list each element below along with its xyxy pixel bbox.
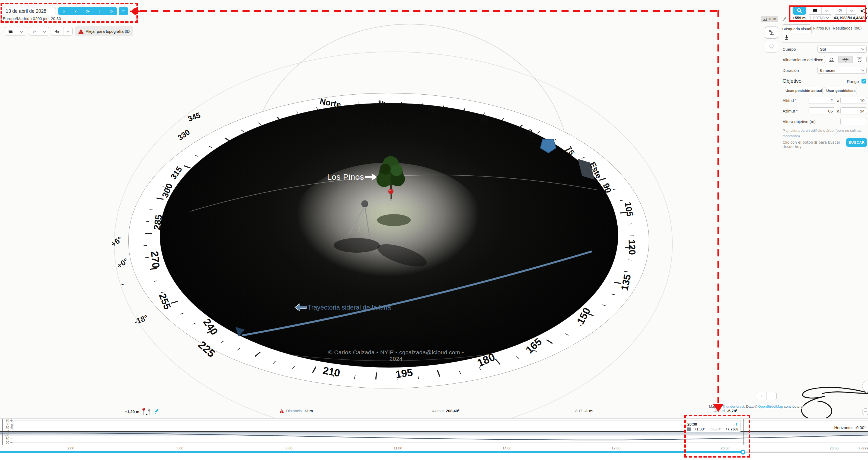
azimut-item: Azimut 268,40° xyxy=(432,409,460,413)
settings-group: ⚙ xyxy=(834,6,857,14)
disc-alignment-segmented xyxy=(824,56,867,63)
azimut-from-input[interactable] xyxy=(809,107,835,114)
map-zoom-group: + − xyxy=(756,392,777,400)
chevron-down-icon xyxy=(66,29,70,33)
openstreetmap-link[interactable]: OpenStreetMap xyxy=(758,404,783,408)
edit-terrain-icon[interactable] xyxy=(782,17,787,22)
altitud-status-value: -5,78° xyxy=(727,409,738,413)
light-tool-button[interactable] xyxy=(765,41,778,53)
panels-group xyxy=(808,6,832,14)
planner-tool-button[interactable] xyxy=(765,27,778,38)
altitud-label: Altitud ° xyxy=(782,98,797,103)
time-cursor[interactable] xyxy=(743,419,744,445)
offset-chip-text: +0 m xyxy=(769,18,776,21)
event-list-button[interactable]: ≡ xyxy=(119,7,128,15)
settings-button[interactable]: ⚙ xyxy=(834,7,846,14)
chevron-down-icon xyxy=(861,68,865,72)
delta-el-item: Δ El -1 m xyxy=(575,409,593,413)
azimut-status-label: Azimut xyxy=(432,409,444,413)
time-tooltip: 20:30 ↑ 71,30° -56,79° 77,76% xyxy=(685,421,741,432)
disc-above-line-icon xyxy=(828,57,835,62)
topography-warning-text: Alejar para topografía 3D xyxy=(86,29,130,34)
distancia-value: 12 m xyxy=(304,409,313,413)
time-scrubber-handle[interactable] xyxy=(741,450,745,455)
date-last-button[interactable]: » xyxy=(105,7,117,15)
zoom-dropdown[interactable] xyxy=(40,27,49,35)
use-current-position-button[interactable]: Usae posición actual xyxy=(785,87,823,94)
disc-on-line-icon xyxy=(842,57,849,62)
zoom-group: 8× xyxy=(29,27,50,35)
altitud-range-sep: a xyxy=(837,98,839,103)
panels-dropdown[interactable] xyxy=(822,7,832,14)
annotation-arrow-down xyxy=(713,404,724,412)
collapse-timeline-button[interactable] xyxy=(862,408,868,415)
distancia-item: Distancia 12 m xyxy=(279,409,313,413)
visual-planner-icon xyxy=(768,29,775,36)
chevron-down-icon xyxy=(850,8,854,12)
panel-tab-busqueda[interactable]: Búsqueda visual xyxy=(782,24,812,33)
thunderforest-link[interactable]: Thunderforest xyxy=(722,404,744,408)
chevron-down-icon xyxy=(861,47,865,51)
zoom-level-button[interactable]: 8× xyxy=(29,27,40,35)
disc-align-center-button[interactable] xyxy=(838,56,852,63)
twilight-band-2 xyxy=(0,434,868,436)
duracion-select[interactable]: 6 meses xyxy=(817,67,867,74)
chevron-down-icon xyxy=(825,8,829,12)
topography-warning[interactable]: Alejar para topografía 3D xyxy=(75,26,133,36)
rising-arrow-icon: ↑ xyxy=(735,422,738,426)
tooltip-altitude: -56,79° xyxy=(709,427,721,431)
cuerpo-select[interactable]: Sol xyxy=(817,45,867,53)
pins-icon[interactable] xyxy=(141,407,152,416)
date-first-button[interactable]: « xyxy=(58,7,70,15)
vegetation-dropdown[interactable] xyxy=(63,27,72,35)
app-root: Norte1530456075Este901051201351501651801… xyxy=(0,0,868,460)
dem-select[interactable]: SRTM3 xyxy=(810,15,831,21)
map-zoom-out-button[interactable]: − xyxy=(767,392,777,400)
share-icon[interactable] xyxy=(860,7,867,14)
trees-icon xyxy=(54,29,60,34)
offset-chip[interactable]: +0 m xyxy=(761,16,778,22)
panel-tab-filtros[interactable]: Filtros (0) xyxy=(813,26,830,30)
download-icon[interactable] xyxy=(784,35,789,40)
altura-objetivo-input[interactable] xyxy=(840,118,867,125)
search-button[interactable] xyxy=(793,6,806,14)
clock-icon[interactable]: ◷ xyxy=(82,7,94,15)
xaxis-title: Horas xyxy=(859,446,868,450)
delta-el-label: Δ El xyxy=(575,409,582,413)
altitud-to-input[interactable] xyxy=(840,97,867,104)
settings-dropdown[interactable] xyxy=(846,7,857,14)
date-input[interactable] xyxy=(3,7,56,15)
rango-checkbox[interactable]: ✓ xyxy=(862,78,866,84)
edit-path-icon[interactable] xyxy=(154,408,160,415)
use-geodesics-button[interactable]: Usar geodésicos xyxy=(825,87,857,94)
dem-select-value: SRTM3 xyxy=(813,16,825,20)
azimut-to-input[interactable] xyxy=(840,107,867,114)
vegetation-button[interactable] xyxy=(51,27,63,35)
cursor-elevation: +559 m xyxy=(793,16,806,20)
time-scrubber-fill xyxy=(0,451,743,453)
horizon-label: Horizonte: +0,00° xyxy=(819,425,866,430)
layers-button[interactable] xyxy=(5,27,17,35)
date-next-button[interactable]: › xyxy=(94,7,105,15)
coordinates-text[interactable]: 43,1983°N 4,4248°O | 0,21 xyxy=(834,16,868,20)
search-hint: Clic con el botón ⊞ para buscar desde ho… xyxy=(782,140,844,149)
observer-height[interactable]: +1,20 m xyxy=(125,409,140,414)
azimut-label: Azimut ° xyxy=(782,109,798,113)
annotation-node-circle xyxy=(132,8,138,14)
buscar-button[interactable]: BUSCAR xyxy=(846,138,867,146)
line-above-disc-icon xyxy=(856,57,863,62)
panels-button[interactable] xyxy=(808,7,822,14)
altura-hint: P.ej. altura de un edificio o árbol (per… xyxy=(782,128,864,138)
warning-icon xyxy=(79,29,84,34)
menu-bars-icon xyxy=(812,9,817,12)
disc-align-set-button[interactable] xyxy=(852,56,866,63)
map-zoom-in-button[interactable]: + xyxy=(756,392,767,400)
date-prev-button[interactable]: ‹ xyxy=(70,7,82,15)
panel-tab-resultados[interactable]: Resultados (0/0) xyxy=(833,26,862,30)
layers-group xyxy=(5,27,26,35)
azimut-status-value: 268,40° xyxy=(446,409,460,413)
disc-align-rise-button[interactable] xyxy=(824,56,838,63)
layers-dropdown[interactable] xyxy=(17,27,26,35)
altitud-from-input[interactable] xyxy=(809,97,835,104)
tooltip-illumination: 77,76% xyxy=(725,427,738,431)
